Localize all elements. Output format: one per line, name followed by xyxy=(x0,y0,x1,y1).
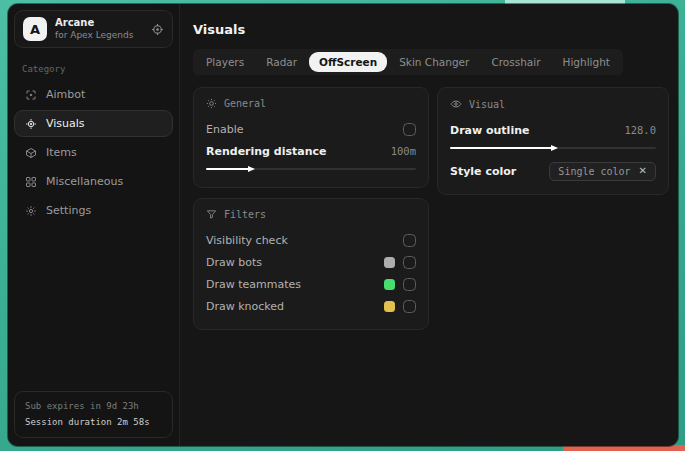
draw-bots-row: Draw bots xyxy=(206,251,416,273)
draw-teammates-checkbox[interactable] xyxy=(403,278,416,291)
enable-row: Enable xyxy=(206,118,416,140)
draw-teammates-color-swatch[interactable] xyxy=(384,279,395,290)
sidebar-item-items[interactable]: Items xyxy=(14,139,173,166)
session-duration-text: Session duration 2m 58s xyxy=(25,415,162,430)
slider-thumb-arrow-icon[interactable] xyxy=(248,166,255,172)
sidebar-item-settings[interactable]: Settings xyxy=(14,197,173,224)
tab-highlight[interactable]: Highlight xyxy=(553,52,620,72)
style-color-label: Style color xyxy=(450,165,516,178)
funnel-icon xyxy=(206,209,217,220)
draw-knocked-label: Draw knocked xyxy=(206,300,284,313)
draw-knocked-color-swatch[interactable] xyxy=(384,301,395,312)
draw-outline-value: 128.0 xyxy=(624,124,656,136)
eye-scan-icon xyxy=(25,118,37,130)
general-panel-title: General xyxy=(224,98,266,109)
left-column: General Enable Rendering distance 100m xyxy=(193,87,429,330)
sidebar-item-label: Miscellaneous xyxy=(46,175,123,188)
tab-players[interactable]: Players xyxy=(196,52,254,72)
subscription-info-card: Sub expires in 9d 23h Session duration 2… xyxy=(14,391,173,438)
filters-panel-header: Filters xyxy=(206,209,416,220)
app-subtitle: for Apex Legends xyxy=(55,30,133,41)
cube-icon xyxy=(25,147,37,159)
filters-panel: Filters Visibility check Draw bots xyxy=(193,198,429,330)
tab-offscreen[interactable]: OffScreen xyxy=(309,52,387,72)
grid-icon xyxy=(25,176,37,188)
sun-icon xyxy=(206,98,217,109)
app-name: Arcane xyxy=(55,17,133,30)
tab-crosshair[interactable]: Crosshair xyxy=(481,52,550,72)
draw-outline-row: Draw outline 128.0 xyxy=(450,119,656,141)
draw-outline-slider[interactable] xyxy=(450,142,656,154)
sidebar-item-aimbot[interactable]: Aimbot xyxy=(14,81,173,108)
main-area: Visuals Players Radar OffScreen Skin Cha… xyxy=(180,4,678,446)
visibility-check-row: Visibility check xyxy=(206,229,416,251)
sidebar-item-label: Items xyxy=(46,146,77,159)
crosshair-icon xyxy=(25,89,37,101)
draw-teammates-row: Draw teammates xyxy=(206,273,416,295)
sidebar-item-miscellaneous[interactable]: Miscellaneous xyxy=(14,168,173,195)
tab-radar[interactable]: Radar xyxy=(256,52,307,72)
app-logo: A xyxy=(23,17,47,41)
tab-skin-changer[interactable]: Skin Changer xyxy=(389,52,479,72)
eye-icon xyxy=(450,98,462,110)
app-window: A Arcane for Apex Legends Category xyxy=(8,4,678,446)
general-panel: General Enable Rendering distance 100m xyxy=(193,87,429,188)
sidebar: A Arcane for Apex Legends Category xyxy=(8,4,180,446)
sidebar-item-label: Visuals xyxy=(46,117,85,130)
app-name-block: Arcane for Apex Legends xyxy=(55,17,133,41)
draw-bots-color-swatch[interactable] xyxy=(384,257,395,268)
target-icon[interactable] xyxy=(151,23,164,36)
visual-panel-title: Visual xyxy=(469,99,505,110)
visibility-check-checkbox[interactable] xyxy=(403,234,416,247)
right-column: Visual Draw outline 128.0 Style color xyxy=(437,87,669,195)
enable-checkbox[interactable] xyxy=(403,123,416,136)
content-columns: General Enable Rendering distance 100m xyxy=(193,87,669,330)
visual-panel-header: Visual xyxy=(450,98,656,110)
general-panel-header: General xyxy=(206,98,416,109)
sidebar-item-label: Settings xyxy=(46,204,91,217)
slider-fill xyxy=(206,168,250,170)
slider-thumb-arrow-icon[interactable] xyxy=(551,145,558,151)
rendering-distance-slider[interactable] xyxy=(206,163,416,175)
page-title: Visuals xyxy=(193,22,669,37)
draw-bots-checkbox[interactable] xyxy=(403,256,416,269)
app-header-card: A Arcane for Apex Legends xyxy=(14,10,173,48)
enable-label: Enable xyxy=(206,123,243,136)
draw-knocked-row: Draw knocked xyxy=(206,295,416,317)
style-color-value: Single color xyxy=(558,166,630,177)
rendering-distance-value: 100m xyxy=(391,145,416,157)
slider-fill xyxy=(450,147,553,149)
close-icon[interactable]: ✕ xyxy=(639,166,647,176)
draw-bots-label: Draw bots xyxy=(206,256,262,269)
style-color-row: Style color Single color ✕ xyxy=(450,160,656,182)
draw-teammates-label: Draw teammates xyxy=(206,278,301,291)
sub-expires-text: Sub expires in 9d 23h xyxy=(25,399,162,414)
gear-icon xyxy=(25,205,37,217)
visual-panel: Visual Draw outline 128.0 Style color xyxy=(437,87,669,195)
rendering-distance-label: Rendering distance xyxy=(206,145,327,158)
filters-panel-title: Filters xyxy=(224,209,266,220)
visibility-check-label: Visibility check xyxy=(206,234,288,247)
draw-knocked-checkbox[interactable] xyxy=(403,300,416,313)
visuals-tabbar: Players Radar OffScreen Skin Changer Cro… xyxy=(193,49,623,75)
sidebar-nav: Aimbot Visuals Items xyxy=(14,81,173,224)
category-label: Category xyxy=(22,64,165,74)
style-color-select[interactable]: Single color ✕ xyxy=(549,162,656,181)
draw-outline-label: Draw outline xyxy=(450,124,529,137)
rendering-distance-row: Rendering distance 100m xyxy=(206,140,416,162)
sidebar-item-label: Aimbot xyxy=(46,88,85,101)
sidebar-item-visuals[interactable]: Visuals xyxy=(14,110,173,137)
